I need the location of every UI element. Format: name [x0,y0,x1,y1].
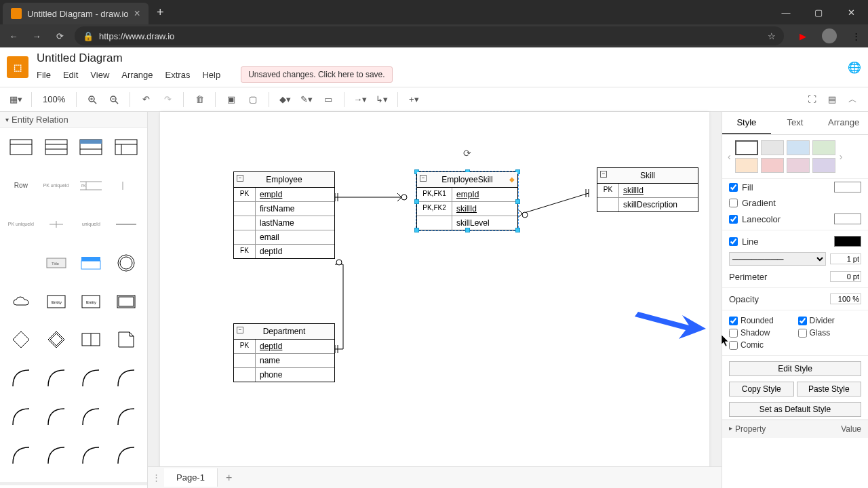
shape-conn-9[interactable] [5,442,37,469]
page-menu-icon[interactable]: ⋮ [148,472,164,483]
window-close-icon[interactable]: ✕ [837,1,865,23]
delete-icon[interactable]: 🗑 [191,91,208,108]
shape-title-blue[interactable] [76,249,107,277]
shape-conn-7[interactable] [76,403,107,430]
to-front-icon[interactable]: ▣ [222,91,240,108]
collapse-icon[interactable]: − [420,175,427,182]
shape-pk-row-2[interactable]: PK [76,172,107,199]
window-maximize-icon[interactable]: ▢ [804,1,833,23]
menu-file[interactable]: File [37,70,51,80]
fullscreen-icon[interactable]: ⛶ [803,91,821,108]
copy-style-button[interactable]: Copy Style [729,382,794,396]
shape-table-4[interactable] [111,134,142,161]
shape-row-label[interactable]: Row [5,172,37,199]
collapse-icon[interactable]: − [237,327,243,333]
shape-divider-1[interactable] [111,172,142,199]
shape-cloud[interactable] [5,288,37,315]
property-value-header[interactable]: PropertyValue [722,420,868,438]
shape-line-1[interactable] [111,211,142,238]
rounded-checkbox[interactable] [729,317,738,325]
page-tab-1[interactable]: Page-1 [164,468,218,487]
table-employee[interactable]: −Employee PKempId firstName lastName ema… [233,171,335,259]
swatch-4[interactable] [735,158,758,173]
zoom-out-icon[interactable] [105,91,123,108]
menu-extras[interactable]: Extras [165,70,191,80]
gradient-checkbox[interactable] [729,199,738,207]
star-icon[interactable]: ☆ [768,31,776,41]
line-style-select[interactable]: ──────── [729,252,826,266]
menu-edit[interactable]: Edit [63,70,78,80]
shape-diamond-1[interactable] [5,326,37,353]
shape-conn-4[interactable] [111,365,142,392]
shape-row-5[interactable]: uniqueId [76,211,107,238]
edit-style-button[interactable]: Edit Style [729,361,861,376]
add-page-button[interactable]: + [218,472,240,484]
shape-note[interactable] [111,326,142,353]
line-width-input[interactable] [830,253,861,264]
address-bar[interactable]: 🔒 https://www.draw.io ☆ [75,26,784,45]
rotate-handle-icon[interactable]: ⟳ [463,148,471,159]
perimeter-input[interactable] [830,271,861,282]
shadow-icon[interactable]: ▭ [319,91,337,108]
shape-row-3[interactable]: PK uniqueId [5,211,37,238]
shape-title-box[interactable]: Title [41,249,72,277]
swatch-prev-icon[interactable]: ‹ [726,151,732,162]
format-panel-icon[interactable]: ▤ [823,91,841,108]
paste-style-button[interactable]: Paste Style [797,382,862,396]
line-checkbox[interactable] [729,237,738,246]
back-icon[interactable]: ← [5,28,22,44]
table-department[interactable]: −Department PKdeptId name phone [233,323,335,382]
view-menu-button[interactable]: ▦▾ [7,91,24,108]
line-color-icon[interactable]: ✎▾ [298,91,315,108]
connection-icon[interactable]: →▾ [351,91,369,108]
swatch-6[interactable] [787,158,810,173]
fill-checkbox[interactable] [729,183,738,192]
profile-avatar[interactable] [822,28,837,43]
menu-arrange[interactable]: Arrange [121,70,153,80]
shape-diamond-2[interactable] [41,326,72,353]
collapse-icon[interactable]: − [600,171,607,178]
swatch-5[interactable] [761,158,784,173]
redo-icon[interactable]: ↷ [159,91,176,108]
zoom-in-icon[interactable] [83,91,101,108]
menu-help[interactable]: Help [202,70,220,80]
shape-conn-2[interactable] [41,365,72,392]
divider-checkbox[interactable] [798,317,807,325]
shape-conn-3[interactable] [76,365,107,392]
fill-color-icon[interactable]: ◆▾ [276,91,294,108]
shape-pk-row[interactable]: PK uniqueId [41,172,72,199]
shape-table-1[interactable] [5,134,37,161]
waypoint-icon[interactable]: ↳▾ [373,91,391,108]
shape-conn-12[interactable] [111,442,142,469]
tab-text[interactable]: Text [771,112,820,134]
lanecolor-checkbox[interactable] [729,215,738,224]
shape-conn-6[interactable] [41,403,72,430]
shape-conn-11[interactable] [76,442,107,469]
browser-tab[interactable]: Untitled Diagram - draw.io × [3,3,149,24]
collapse-icon[interactable]: − [237,175,243,182]
shape-table-3[interactable] [76,134,107,161]
swatch-next-icon[interactable]: › [838,151,844,162]
default-style-button[interactable]: Set as Default Style [729,402,861,417]
language-icon[interactable]: 🌐 [848,61,861,74]
tab-style[interactable]: Style [722,112,771,134]
shape-entity-2[interactable]: Entity [76,288,107,315]
document-title[interactable]: Untitled Diagram [37,52,848,65]
comic-checkbox[interactable] [729,341,738,350]
shape-conn-5[interactable] [5,403,37,430]
new-tab-button[interactable]: + [149,5,172,20]
swatch-3[interactable] [812,140,835,155]
reload-icon[interactable]: ⟳ [52,28,68,44]
swatch-0[interactable] [735,140,758,155]
shape-row-4[interactable] [41,211,72,238]
unsaved-warning[interactable]: Unsaved changes. Click here to save. [241,66,392,83]
shape-table-2[interactable] [41,134,72,161]
zoom-level[interactable]: 100% [39,94,69,104]
close-tab-icon[interactable]: × [134,7,140,20]
shape-conn-10[interactable] [41,442,72,469]
shadow-checkbox[interactable] [729,329,738,338]
shape-empty-1[interactable] [5,249,37,277]
window-minimize-icon[interactable]: — [772,1,800,23]
forward-icon[interactable]: → [28,28,45,44]
extension-youtube-icon[interactable]: ▶ [796,29,810,43]
